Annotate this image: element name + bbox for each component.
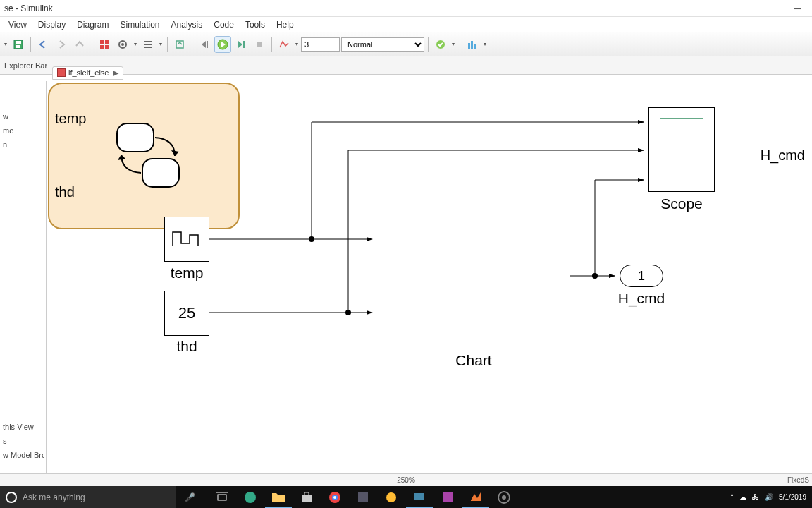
app-icon xyxy=(385,491,398,504)
menu-help[interactable]: Help xyxy=(271,18,300,31)
signal-button[interactable] xyxy=(276,36,293,53)
menu-bar: View Display Diagram Simulation Analysis… xyxy=(0,17,812,32)
status-bar: 250% FixedS xyxy=(0,473,812,486)
menu-display[interactable]: Display xyxy=(32,18,71,31)
explorer-dropdown-icon[interactable]: ▾ xyxy=(158,41,164,47)
up-button[interactable] xyxy=(71,36,88,53)
svg-point-23 xyxy=(592,273,598,279)
list-icon xyxy=(142,39,154,50)
svg-rect-19 xyxy=(471,41,473,49)
tray-volume-icon[interactable]: 🔊 xyxy=(765,493,773,501)
model-config-button[interactable] xyxy=(114,36,131,53)
stop-time-input[interactable] xyxy=(301,37,340,52)
folder-icon xyxy=(271,491,285,502)
run-button[interactable] xyxy=(214,36,231,53)
task-view-icon xyxy=(216,492,228,502)
taskbar-app4[interactable] xyxy=(434,486,461,508)
mic-icon[interactable]: 🎤 xyxy=(176,486,203,508)
minimize-button[interactable]: ─ xyxy=(784,0,812,17)
chart-port-temp: temp xyxy=(55,111,86,127)
block-thd-constant[interactable]: 25 xyxy=(164,291,209,336)
matlab-icon xyxy=(469,490,483,504)
tray-clock[interactable]: 5/1/2019 xyxy=(779,493,806,502)
menu-simulation[interactable]: Simulation xyxy=(115,18,166,31)
windows-taskbar: Ask me anything 🎤 ˄ ☁ 🖧 🔊 5/1/2019 xyxy=(0,486,812,508)
outport-number: 1 xyxy=(638,269,645,284)
side-item[interactable]: w Model Browser xyxy=(1,448,44,462)
menu-view[interactable]: View xyxy=(3,18,32,31)
model-tab[interactable]: if_sleif_else ▶ xyxy=(52,66,123,80)
side-item[interactable]: n xyxy=(1,138,44,152)
side-item[interactable]: this View xyxy=(1,420,44,434)
side-item[interactable]: w xyxy=(1,109,44,123)
system-tray[interactable]: ˄ ☁ 🖧 🔊 5/1/2019 xyxy=(725,493,812,502)
model-explorer-button[interactable] xyxy=(140,36,156,53)
task-view-button[interactable] xyxy=(209,486,235,508)
svg-rect-11 xyxy=(144,47,152,48)
model-tab-icon xyxy=(57,68,66,77)
menu-analysis[interactable]: Analysis xyxy=(166,18,209,31)
step-forward-button[interactable] xyxy=(233,36,250,53)
diagnostics-dropdown-icon[interactable]: ▾ xyxy=(450,41,456,47)
thd-value: 25 xyxy=(178,304,195,322)
app-icon xyxy=(413,490,426,503)
save-button[interactable] xyxy=(10,36,27,53)
svg-rect-24 xyxy=(117,123,154,152)
taskbar-edge[interactable] xyxy=(237,486,264,508)
simulation-mode-select[interactable]: Normal xyxy=(341,37,424,52)
taskbar-app1[interactable] xyxy=(350,486,376,508)
signal-dropdown-icon[interactable]: ▾ xyxy=(294,41,300,47)
record-dropdown-icon[interactable]: ▾ xyxy=(482,41,488,47)
svg-rect-36 xyxy=(414,493,424,500)
menu-diagram[interactable]: Diagram xyxy=(71,18,114,31)
side-panel: w me n this View s w Model Browser xyxy=(0,81,47,485)
new-dropdown-icon[interactable]: ▾ xyxy=(3,41,8,47)
store-icon xyxy=(300,491,313,504)
block-outport[interactable]: 1 xyxy=(620,265,663,287)
config-dropdown-icon[interactable]: ▾ xyxy=(133,41,138,47)
diagram-canvas[interactable]: temp 25 thd temp thd H_cmd Chart Scope 1… xyxy=(48,83,812,485)
block-temp-source[interactable] xyxy=(164,217,209,262)
cortana-search[interactable]: Ask me anything xyxy=(0,486,176,508)
signal-builder-icon xyxy=(170,225,204,253)
block-scope[interactable] xyxy=(648,107,715,192)
forward-button[interactable] xyxy=(53,36,70,53)
side-item[interactable]: me xyxy=(1,123,44,138)
svg-rect-6 xyxy=(105,45,109,49)
tray-chevron-icon[interactable]: ˄ xyxy=(730,493,734,501)
taskbar-app2[interactable] xyxy=(378,486,405,508)
diagnostics-button[interactable] xyxy=(432,36,449,53)
taskbar-app3[interactable] xyxy=(406,486,433,508)
build-button[interactable] xyxy=(171,36,188,53)
app-icon xyxy=(357,491,369,504)
search-placeholder: Ask me anything xyxy=(23,492,85,502)
tray-network-icon[interactable]: 🖧 xyxy=(752,493,759,501)
svg-rect-16 xyxy=(257,42,262,47)
taskbar-chrome[interactable] xyxy=(321,486,348,508)
block-thd-label: thd xyxy=(164,338,209,355)
svg-rect-37 xyxy=(443,492,453,502)
obs-icon xyxy=(497,490,511,504)
svg-rect-18 xyxy=(468,43,470,49)
stop-button[interactable] xyxy=(251,36,268,53)
taskbar-matlab[interactable] xyxy=(462,486,489,508)
block-chart[interactable]: temp thd H_cmd xyxy=(48,83,240,229)
step-forward-icon xyxy=(235,39,247,50)
taskbar-explorer[interactable] xyxy=(265,486,292,508)
svg-rect-10 xyxy=(144,44,152,45)
library-icon xyxy=(99,39,110,50)
menu-tools[interactable]: Tools xyxy=(240,18,271,31)
svg-point-39 xyxy=(502,495,506,500)
record-button[interactable] xyxy=(464,36,481,53)
library-browser-button[interactable] xyxy=(96,36,113,53)
back-button[interactable] xyxy=(35,36,51,53)
menu-code[interactable]: Code xyxy=(208,18,240,31)
step-back-button[interactable] xyxy=(196,36,213,53)
chart-port-hcmd: H_cmd xyxy=(761,147,805,164)
arrow-right-icon xyxy=(56,39,67,50)
tray-onedrive-icon[interactable]: ☁ xyxy=(739,493,746,501)
taskbar-obs[interactable] xyxy=(491,486,517,508)
svg-rect-13 xyxy=(207,41,208,48)
taskbar-store[interactable] xyxy=(293,486,320,508)
side-item[interactable]: s xyxy=(1,434,44,448)
